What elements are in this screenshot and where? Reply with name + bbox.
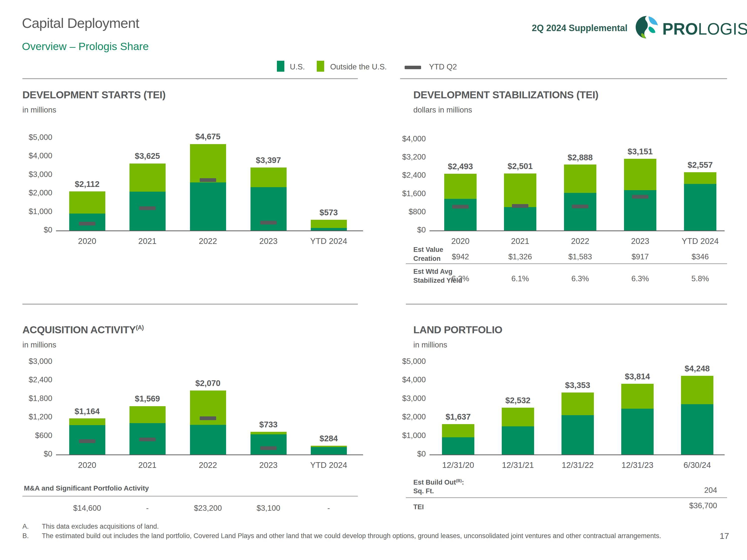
x-axis-line: [430, 454, 725, 455]
footnote-a-text: This data excludes acquisitions of land.: [42, 523, 159, 530]
bar-outside-12/31/21: [502, 408, 534, 426]
footnote-b-text: The estimated build out includes the lan…: [42, 532, 661, 540]
ytick-label: $3,000: [376, 394, 426, 403]
est-value-creation-2020: $942: [431, 252, 490, 261]
footnote-a-marker: A.: [22, 523, 29, 530]
ytick-label: $1,000: [376, 431, 426, 440]
page-number: 17: [702, 531, 729, 541]
ytick-label: $5,000: [376, 357, 426, 366]
est-value-creation-2023: $917: [610, 252, 670, 261]
sq-ft-label: Sq. Ft.: [413, 487, 434, 495]
stabilized-yield-2023: 6.3%: [610, 274, 670, 283]
est-value-creation-2022: $1,583: [550, 252, 610, 261]
stabilized-yield-2020: 6.3%: [431, 274, 490, 283]
category-label-12/31/23: 12/31/23: [602, 460, 672, 470]
bar-outside-6/30/24: [681, 376, 713, 404]
stabilized-yield-ytd2024: 5.8%: [670, 274, 730, 283]
footnote-b-marker: B.: [22, 532, 29, 540]
land-table-divider: [406, 497, 727, 498]
total-label-12/31/21: $2,532: [486, 396, 550, 405]
sq-ft-value: 204: [642, 486, 717, 495]
footnote-b-ref: (B): [456, 478, 462, 483]
stabilizations-table-divider: [406, 263, 727, 264]
total-label-12/31/22: $3,353: [545, 380, 610, 390]
est-value-creation-2021: $1,326: [490, 252, 550, 261]
bar-us-12/31/21: [502, 426, 534, 454]
mna-value-2020: $14,600: [57, 504, 117, 513]
bar-us-6/30/24: [681, 404, 713, 454]
est-value-creation-ytd2024: $346: [670, 252, 730, 261]
stabilized-yield-2022: 6.3%: [550, 274, 610, 283]
mna-value-2022: $23,200: [178, 504, 238, 513]
stabilized-yield-2021: 6.1%: [490, 274, 550, 283]
total-label-6/30/24: $4,248: [665, 364, 729, 373]
mna-activity-title: M&A and Significant Portfolio Activity: [24, 484, 149, 492]
category-label-12/31/22: 12/31/22: [543, 460, 613, 470]
est-build-out-label: Est Build Out(B):: [413, 478, 464, 486]
bar-outside-12/31/22: [562, 393, 594, 415]
mna-value-ytd2024: -: [299, 504, 359, 513]
total-label-12/31/20: $1,637: [426, 412, 491, 422]
bar-us-12/31/20: [442, 437, 474, 454]
tei-label: TEI: [413, 503, 424, 511]
category-label-6/30/24: 6/30/24: [662, 460, 732, 470]
ytick-label: $0: [376, 450, 426, 458]
mna-value-2021: -: [118, 504, 177, 513]
total-label-12/31/23: $3,814: [605, 372, 670, 381]
mna-value-2023: $3,100: [238, 504, 298, 513]
ytick-label: $4,000: [376, 375, 426, 384]
bar-us-12/31/23: [621, 409, 653, 454]
category-label-12/31/21: 12/31/21: [483, 460, 553, 470]
category-label-12/31/20: 12/31/20: [423, 460, 493, 470]
mna-table-divider: [22, 496, 358, 497]
bar-outside-12/31/20: [442, 424, 474, 437]
ytick-label: $2,000: [376, 412, 426, 421]
bar-outside-12/31/23: [621, 384, 653, 409]
bar-us-12/31/22: [562, 415, 594, 454]
tei-value: $36,700: [642, 501, 717, 510]
capital-deployment-page: Capital Deployment Overview – Prologis S…: [0, 0, 747, 560]
